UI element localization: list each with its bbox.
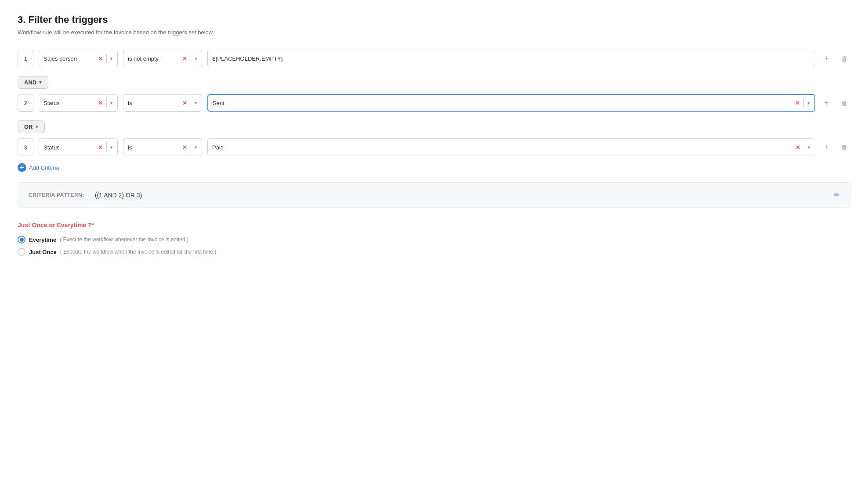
value-chevron-2[interactable]: ▾ bbox=[807, 100, 810, 106]
criteria-pattern-label: CRITERIA PATTERN: bbox=[29, 192, 84, 198]
operator-clear-2[interactable]: ✕ bbox=[182, 100, 187, 106]
section-title: 3. Filter the triggers bbox=[18, 14, 850, 25]
divider bbox=[803, 98, 804, 108]
field-select-3[interactable]: Status ✕ ▾ bbox=[39, 138, 118, 156]
operator-chevron-2[interactable]: ▾ bbox=[195, 100, 197, 106]
field-clear-3[interactable]: ✕ bbox=[98, 145, 103, 150]
add-criteria-button[interactable]: + Add Criteria bbox=[18, 163, 850, 172]
operator-chevron-3[interactable]: ▾ bbox=[195, 145, 197, 150]
field-chevron-2[interactable]: ▾ bbox=[110, 100, 113, 106]
logic-or-label: OR bbox=[24, 124, 33, 130]
operator-select-1[interactable]: is not empty ✕ ▾ bbox=[123, 50, 202, 67]
field-label-3: Status bbox=[43, 144, 94, 151]
operator-label-1: is not empty bbox=[128, 55, 179, 62]
filter-row-2: 2 Status ✕ ▾ is ✕ ▾ Sent ✕ ▾ + 🗑 bbox=[18, 94, 850, 112]
add-row-2[interactable]: + bbox=[821, 97, 833, 109]
frequency-title: Just Once or Everytime ?* bbox=[18, 222, 850, 229]
divider bbox=[106, 98, 107, 108]
operator-clear-3[interactable]: ✕ bbox=[182, 145, 187, 150]
criteria-pattern-edit-icon[interactable]: ✏ bbox=[834, 191, 839, 199]
frequency-justonce-label: Just Once bbox=[29, 249, 57, 255]
field-label-2: Status bbox=[43, 100, 94, 106]
frequency-everytime-desc: ( Execute the workflow whenever the Invo… bbox=[60, 236, 188, 243]
divider bbox=[191, 54, 191, 63]
frequency-everytime-label: Everytime bbox=[29, 236, 56, 243]
add-row-3[interactable]: + bbox=[821, 141, 833, 153]
delete-row-3[interactable]: 🗑 bbox=[838, 141, 850, 153]
value-select-2[interactable]: Sent ✕ ▾ bbox=[207, 94, 815, 112]
row-number-2: 2 bbox=[18, 94, 33, 112]
field-clear-1[interactable]: ✕ bbox=[98, 56, 103, 62]
radio-everytime-inner bbox=[20, 238, 24, 242]
add-row-1[interactable]: + bbox=[821, 52, 833, 65]
row-number-1: 1 bbox=[18, 50, 33, 67]
field-clear-2[interactable]: ✕ bbox=[98, 100, 103, 106]
frequency-option-everytime[interactable]: Everytime ( Execute the workflow wheneve… bbox=[18, 236, 850, 244]
divider bbox=[191, 142, 191, 152]
value-select-1[interactable]: ${PLACEHOLDER.EMPTY} bbox=[207, 50, 815, 67]
operator-select-2[interactable]: is ✕ ▾ bbox=[123, 94, 202, 112]
criteria-pattern-box: CRITERIA PATTERN: ((1 AND 2) OR 3) ✏ bbox=[18, 182, 850, 207]
frequency-option-justonce[interactable]: Just Once ( Execute the workflow when th… bbox=[18, 248, 850, 256]
field-select-2[interactable]: Status ✕ ▾ bbox=[39, 94, 118, 112]
value-clear-2[interactable]: ✕ bbox=[795, 100, 800, 106]
value-chevron-3[interactable]: ▾ bbox=[808, 145, 810, 150]
delete-row-1[interactable]: 🗑 bbox=[838, 52, 850, 65]
value-select-3[interactable]: Paid ✕ ▾ bbox=[207, 138, 815, 156]
operator-label-2: is bbox=[128, 100, 179, 106]
divider bbox=[804, 142, 804, 152]
field-label-1: Sales person bbox=[43, 55, 94, 62]
add-criteria-icon: + bbox=[18, 163, 26, 172]
row-number-3: 3 bbox=[18, 138, 33, 156]
logic-or-chevron: ▾ bbox=[36, 124, 38, 130]
filter-row-3: 3 Status ✕ ▾ is ✕ ▾ Paid ✕ ▾ + 🗑 bbox=[18, 138, 850, 156]
add-criteria-label: Add Criteria bbox=[29, 164, 59, 171]
field-chevron-1[interactable]: ▾ bbox=[110, 56, 113, 62]
logic-or-button[interactable]: OR ▾ bbox=[18, 120, 45, 133]
logic-and-label: AND bbox=[24, 79, 36, 86]
divider bbox=[106, 142, 107, 152]
criteria-pattern-value: ((1 AND 2) OR 3) bbox=[95, 192, 834, 199]
operator-select-3[interactable]: is ✕ ▾ bbox=[123, 138, 202, 156]
logic-and-button[interactable]: AND ▾ bbox=[18, 76, 48, 89]
field-select-1[interactable]: Sales person ✕ ▾ bbox=[39, 50, 118, 67]
operator-label-3: is bbox=[128, 144, 179, 151]
radio-everytime[interactable] bbox=[18, 236, 25, 244]
value-label-3: Paid bbox=[212, 144, 792, 151]
frequency-justonce-desc: ( Execute the workflow when the Invoice … bbox=[60, 249, 217, 255]
delete-row-2[interactable]: 🗑 bbox=[838, 97, 850, 109]
logic-and-chevron: ▾ bbox=[39, 80, 42, 85]
operator-clear-1[interactable]: ✕ bbox=[182, 56, 187, 62]
section-subtitle: Workflow rule will be executed for the I… bbox=[18, 29, 850, 36]
divider bbox=[191, 98, 191, 108]
filter-row-1: 1 Sales person ✕ ▾ is not empty ✕ ▾ ${PL… bbox=[18, 50, 850, 67]
operator-chevron-1[interactable]: ▾ bbox=[195, 56, 197, 62]
field-chevron-3[interactable]: ▾ bbox=[110, 145, 113, 150]
divider bbox=[106, 54, 107, 63]
frequency-section: Just Once or Everytime ?* Everytime ( Ex… bbox=[18, 222, 850, 256]
radio-justonce[interactable] bbox=[18, 248, 25, 256]
value-label-2: Sent bbox=[213, 100, 792, 106]
value-clear-3[interactable]: ✕ bbox=[796, 145, 800, 150]
value-label-1: ${PLACEHOLDER.EMPTY} bbox=[212, 55, 810, 62]
